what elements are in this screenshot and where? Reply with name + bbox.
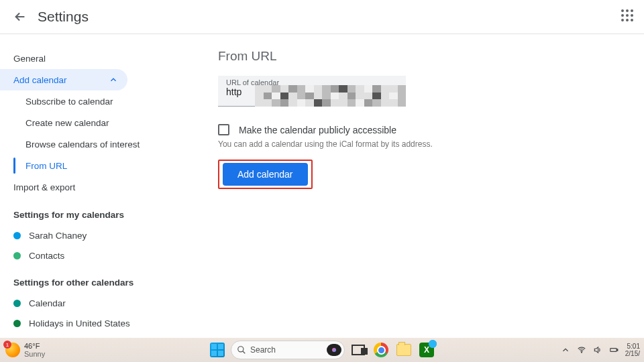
checkbox-label: Make the calendar publicly accessible xyxy=(239,125,396,135)
calendar-color-dot xyxy=(13,252,21,259)
content-heading: From URL xyxy=(218,49,644,64)
calendar-label: Contacts xyxy=(29,251,64,261)
sidebar-item-import-export[interactable]: Import & export xyxy=(0,176,154,198)
public-access-row: Make the calendar publicly accessible xyxy=(218,124,644,135)
notification-badge: 1 xyxy=(3,341,11,349)
page-title: Settings xyxy=(38,9,89,25)
sidebar-item-general[interactable]: General xyxy=(0,48,154,69)
calendar-row-holidays[interactable]: Holidays in United States xyxy=(0,313,154,333)
sidebar-item-add-calendar[interactable]: Add calendar xyxy=(0,69,127,90)
wifi-icon[interactable] xyxy=(577,345,586,355)
calendar-color-dot xyxy=(13,300,21,307)
clock[interactable]: 5:01 2/15/ xyxy=(625,343,640,358)
task-view-button[interactable] xyxy=(349,341,368,359)
chevron-up-icon[interactable] xyxy=(561,345,570,355)
input-value: http xyxy=(226,86,398,97)
speaker-icon[interactable] xyxy=(593,345,602,355)
chrome-button[interactable] xyxy=(372,341,390,359)
help-text: You can add a calendar using the iCal fo… xyxy=(218,139,644,149)
system-tray: 5:01 2/15/ xyxy=(561,343,640,358)
calendar-color-dot xyxy=(13,232,21,239)
public-access-checkbox[interactable] xyxy=(218,124,229,135)
url-input[interactable]: URL of calendar http xyxy=(218,76,406,107)
section-other-calendars: Settings for other calendars xyxy=(0,265,154,293)
svg-point-1 xyxy=(581,352,582,353)
sidebar-item-from-url[interactable]: From URL xyxy=(13,155,154,176)
sidebar-item-create-new[interactable]: Create new calendar xyxy=(13,112,154,133)
copilot-icon[interactable] xyxy=(327,344,341,356)
calendar-label: Sarah Chaney xyxy=(29,231,87,241)
sidebar-item-label: Add calendar xyxy=(13,75,67,85)
back-button[interactable] xyxy=(8,5,32,29)
xbox-icon: X 2 xyxy=(419,343,434,357)
task-view-icon xyxy=(352,345,365,355)
taskbar-search[interactable]: Search xyxy=(231,341,345,359)
chevron-up-icon xyxy=(109,75,118,84)
weather-icon: 1 xyxy=(5,343,20,357)
calendar-row-user[interactable]: Sarah Chaney xyxy=(0,225,154,245)
file-explorer-button[interactable] xyxy=(394,341,413,359)
highlight-box: Add calendar xyxy=(218,160,313,189)
section-my-calendars: Settings for my calendars xyxy=(0,198,154,225)
add-calendar-submenu: Subscribe to calendar Create new calenda… xyxy=(13,90,154,176)
folder-icon xyxy=(396,344,411,356)
app-header: Settings xyxy=(0,0,644,34)
windows-taskbar: 1 46°F Sunny Search X 2 5:01 xyxy=(0,338,644,362)
add-calendar-button[interactable]: Add calendar xyxy=(223,163,308,186)
app-badge: 2 xyxy=(429,340,437,348)
sidebar-item-subscribe[interactable]: Subscribe to calendar xyxy=(13,90,154,112)
svg-rect-2 xyxy=(610,349,616,352)
calendar-label: Holidays in United States xyxy=(29,318,130,328)
weather-text: 46°F Sunny xyxy=(24,342,45,358)
google-apps-icon[interactable] xyxy=(621,9,637,25)
calendar-row-contacts[interactable]: Contacts xyxy=(0,245,154,265)
chrome-icon xyxy=(374,343,388,357)
taskbar-center: Search X 2 xyxy=(208,341,436,359)
search-icon xyxy=(237,345,246,355)
search-placeholder: Search xyxy=(250,345,323,355)
svg-rect-3 xyxy=(616,349,617,351)
arrow-left-icon xyxy=(13,9,28,24)
start-button[interactable] xyxy=(208,341,227,359)
sidebar-item-browse-interest[interactable]: Browse calendars of interest xyxy=(13,133,154,155)
weather-widget[interactable]: 1 46°F Sunny xyxy=(0,342,45,358)
settings-sidebar: General Add calendar Subscribe to calend… xyxy=(0,34,154,338)
calendar-label: Calendar xyxy=(29,298,66,308)
calendar-row-default[interactable]: Calendar xyxy=(0,293,154,313)
svg-point-0 xyxy=(238,347,244,352)
battery-icon[interactable] xyxy=(609,345,619,355)
windows-icon xyxy=(210,343,225,357)
calendar-color-dot xyxy=(13,320,21,327)
xbox-button[interactable]: X 2 xyxy=(417,341,436,359)
body: General Add calendar Subscribe to calend… xyxy=(0,34,644,338)
main-content: From URL URL of calendar http Make the c… xyxy=(154,34,644,338)
